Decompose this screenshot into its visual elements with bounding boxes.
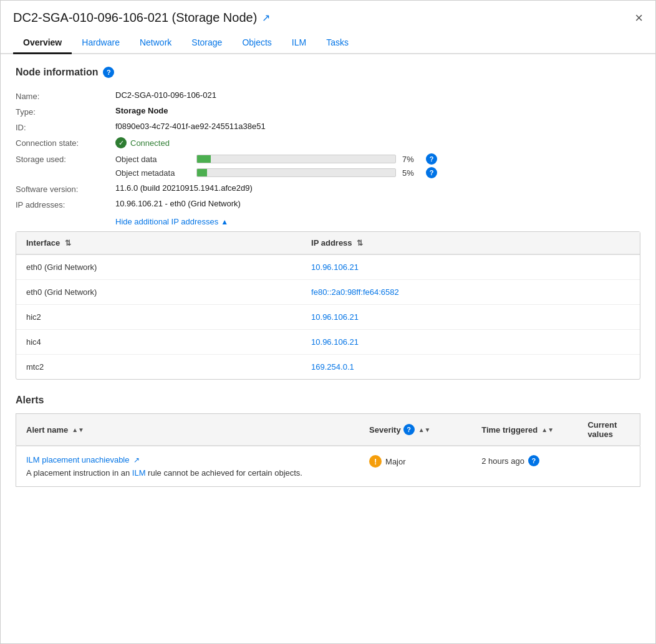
storage-rows: Object data 7% ? Object metadata <box>115 153 640 178</box>
severity-help-icon[interactable]: ? <box>403 424 415 435</box>
ip-table-row: eth0 (Grid Network)10.96.106.21 <box>16 254 640 280</box>
hide-additional-text: Hide additional IP addresses <box>115 217 218 226</box>
ip-table-body: eth0 (Grid Network)10.96.106.21eth0 (Gri… <box>16 254 640 379</box>
hide-additional-container: Hide additional IP addresses ▲ <box>115 217 640 226</box>
ip-table-header-row: Interface ⇅ IP address ⇅ <box>16 232 640 254</box>
object-data-help-icon[interactable]: ? <box>426 153 437 165</box>
time-help-icon[interactable]: ? <box>528 455 539 466</box>
node-name-label: Name: <box>16 90 115 101</box>
ip-sort-icon[interactable]: ⇅ <box>357 239 363 248</box>
close-button[interactable]: × <box>635 11 643 25</box>
ip-table-cell-ip[interactable]: 10.96.106.21 <box>301 254 640 280</box>
col-severity-label: Severity <box>369 425 401 435</box>
object-metadata-help-icon[interactable]: ? <box>426 167 437 178</box>
modal-header: DC2-SGA-010-096-106-021 (Storage Node) ↗… <box>1 1 655 32</box>
object-data-label: Object data <box>115 155 190 164</box>
tab-network[interactable]: Network <box>130 32 181 54</box>
connected-badge: ✓ Connected <box>115 137 640 148</box>
ip-address-primary: 10.96.106.21 - eth0 (Grid Network) <box>115 199 241 208</box>
time-triggered-sort-icon[interactable]: ▲▼ <box>541 428 554 432</box>
tab-ilm[interactable]: ILM <box>282 32 316 54</box>
tab-objects[interactable]: Objects <box>232 32 281 54</box>
node-info-table: Name: DC2-SGA-010-096-106-021 Type: Stor… <box>16 88 640 212</box>
modal-title: DC2-SGA-010-096-106-021 (Storage Node) ↗ <box>13 11 270 25</box>
ip-table-col-interface[interactable]: Interface ⇅ <box>16 232 301 254</box>
ip-table-cell-ip[interactable]: 169.254.0.1 <box>301 355 640 380</box>
external-link-icon[interactable]: ↗ <box>262 12 270 24</box>
object-data-progress-container <box>196 155 396 163</box>
col-alert-name[interactable]: Alert name ▲▼ <box>16 414 360 446</box>
severity-badge: ! Major <box>369 455 461 468</box>
time-triggered: 2 hours ago ? <box>481 455 567 466</box>
alert-name-sort-icon[interactable]: ▲▼ <box>72 428 84 432</box>
ilm-link[interactable]: ILM <box>132 468 146 478</box>
connected-text: Connected <box>130 138 170 148</box>
connected-check-icon: ✓ <box>115 137 127 148</box>
object-data-pct: 7% <box>402 155 420 164</box>
alerts-table-body: ILM placement unachievable ↗ A placement… <box>16 446 640 487</box>
object-metadata-progress-fill <box>197 169 207 176</box>
alert-row: ILM placement unachievable ↗ A placement… <box>16 446 640 487</box>
object-metadata-row: Object metadata 5% ? <box>115 167 640 178</box>
alerts-section: Alerts Alert name ▲▼ Severity <box>16 395 640 487</box>
ip-table-cell-ip[interactable]: 10.96.106.21 <box>301 330 640 355</box>
severity-warning-icon: ! <box>369 455 382 468</box>
ip-table-row: hic210.96.106.21 <box>16 305 640 330</box>
object-data-progress-fill <box>197 155 211 163</box>
software-version-label: Software version: <box>16 183 115 194</box>
tab-tasks[interactable]: Tasks <box>316 32 359 54</box>
storage-used-value: Object data 7% ? Object metadata <box>115 153 640 178</box>
alert-current-values-cell <box>577 446 640 487</box>
modal-container: DC2-SGA-010-096-106-021 (Storage Node) ↗… <box>0 0 656 644</box>
col-time-triggered[interactable]: Time triggered ▲▼ <box>471 414 577 446</box>
ip-table-container: Interface ⇅ IP address ⇅ eth0 (Grid Netw… <box>16 231 640 380</box>
ip-addresses-row: IP addresses: 10.96.106.21 - eth0 (Grid … <box>16 196 640 212</box>
node-id-label: ID: <box>16 122 115 132</box>
col-ip-label: IP address <box>311 238 352 248</box>
modal-title-text: DC2-SGA-010-096-106-021 (Storage Node) <box>13 11 257 25</box>
node-type-row: Type: Storage Node <box>16 103 640 119</box>
tab-overview[interactable]: Overview <box>13 32 72 54</box>
alerts-table: Alert name ▲▼ Severity ? ▲▼ <box>16 413 640 487</box>
content-area: Node information ? Name: DC2-SGA-010-096… <box>1 54 655 499</box>
ip-addresses-value: 10.96.106.21 - eth0 (Grid Network) <box>115 199 640 208</box>
tab-storage[interactable]: Storage <box>181 32 232 54</box>
col-severity[interactable]: Severity ? ▲▼ <box>359 414 471 446</box>
ip-table-row: eth0 (Grid Network)fe80::2a0:98ff:fe64:6… <box>16 280 640 305</box>
ip-table-cell-interface: hic2 <box>16 305 301 330</box>
ip-table-row: mtc2169.254.0.1 <box>16 355 640 380</box>
node-type-value: Storage Node <box>115 106 640 115</box>
ip-table-cell-interface: mtc2 <box>16 355 301 380</box>
node-id-value: f0890e03-4c72-401f-ae92-245511a38e51 <box>115 122 640 131</box>
interface-sort-icon[interactable]: ⇅ <box>65 239 71 248</box>
severity-sort-icon[interactable]: ▲▼ <box>418 428 431 432</box>
hide-additional-link[interactable]: Hide additional IP addresses ▲ <box>115 217 640 226</box>
connection-state-value: ✓ Connected <box>115 137 640 148</box>
storage-used-row: Storage used: Object data 7% ? Object <box>16 151 640 181</box>
chevron-up-icon: ▲ <box>221 218 228 226</box>
ip-table-col-ip[interactable]: IP address ⇅ <box>301 232 640 254</box>
node-info-help-icon[interactable]: ? <box>103 67 114 78</box>
node-info-section-title: Node information ? <box>16 67 640 78</box>
alert-external-link-icon: ↗ <box>133 456 140 464</box>
tab-hardware[interactable]: Hardware <box>72 32 130 54</box>
object-metadata-pct: 5% <box>402 168 420 178</box>
ip-table-cell-ip[interactable]: fe80::2a0:98ff:fe64:6582 <box>301 280 640 305</box>
col-alert-name-label: Alert name <box>26 425 68 435</box>
ip-addresses-label: IP addresses: <box>16 199 115 209</box>
ip-table-cell-ip[interactable]: 10.96.106.21 <box>301 305 640 330</box>
alerts-title: Alerts <box>16 395 640 406</box>
node-name-value: DC2-SGA-010-096-106-021 <box>115 90 640 100</box>
col-current-values: Current values <box>577 414 640 446</box>
severity-label: Major <box>385 457 406 466</box>
node-type-label: Type: <box>16 106 115 117</box>
connection-state-row: Connection state: ✓ Connected <box>16 135 640 151</box>
ip-table-cell-interface: eth0 (Grid Network) <box>16 254 301 280</box>
alerts-table-header-row: Alert name ▲▼ Severity ? ▲▼ <box>16 414 640 446</box>
tab-bar: Overview Hardware Network Storage Object… <box>1 32 655 54</box>
time-triggered-text: 2 hours ago <box>481 456 524 466</box>
ip-table-cell-interface: eth0 (Grid Network) <box>16 280 301 305</box>
alert-name-link[interactable]: ILM placement unachievable ↗ <box>26 455 349 464</box>
col-time-triggered-label: Time triggered <box>481 425 538 435</box>
object-data-row: Object data 7% ? <box>115 153 640 165</box>
